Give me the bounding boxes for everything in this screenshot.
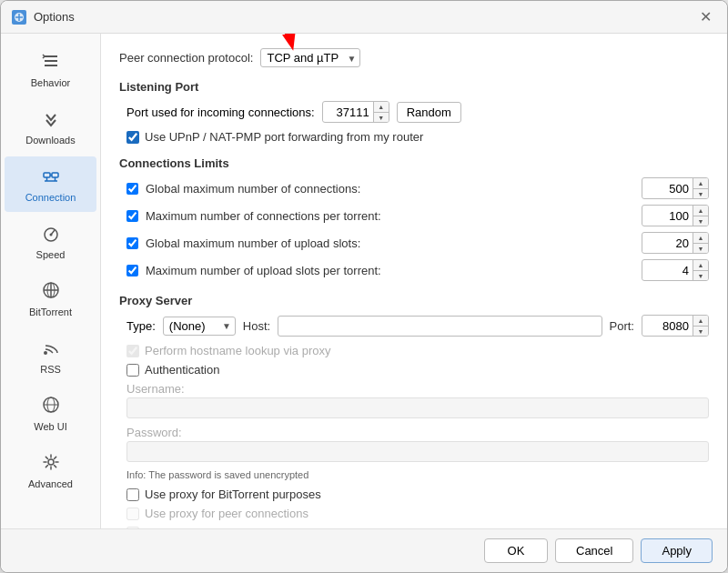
svg-point-14 xyxy=(49,234,52,236)
proxy-type-label: Type: xyxy=(126,319,156,333)
proxy-bittorrent-row: Use proxy for BitTorrent purposes xyxy=(126,488,709,501)
title-bar-left: Options xyxy=(12,10,75,25)
sidebar-item-speed[interactable]: Speed xyxy=(5,214,96,269)
close-button[interactable]: ✕ xyxy=(694,6,716,28)
proxy-port-spin-up[interactable]: ▲ xyxy=(693,316,708,326)
speed-icon xyxy=(41,223,61,246)
limit-input-3[interactable] xyxy=(642,262,693,279)
protocol-select-wrapper: TCP and µTP ▼ xyxy=(260,48,360,67)
upnp-row: Use UPnP / NAT-PMP port forwarding from … xyxy=(126,130,709,144)
sidebar-label-advanced: Advanced xyxy=(28,478,73,489)
proxy-type-select-wrapper: (None) ▼ xyxy=(163,317,236,336)
sidebar-label-downloads: Downloads xyxy=(25,135,75,146)
limit-spin-up-0[interactable]: ▲ xyxy=(693,178,708,188)
proxy-port-label: Port: xyxy=(610,319,634,333)
password-input[interactable] xyxy=(126,441,709,462)
sidebar-item-advanced[interactable]: Advanced xyxy=(5,443,96,498)
downloads-icon xyxy=(41,108,61,132)
proxy-type-select[interactable]: (None) xyxy=(163,317,236,336)
username-input[interactable] xyxy=(126,397,709,418)
limit-input-wrapper-2: ▲ ▼ xyxy=(642,232,709,254)
port-spin-up[interactable]: ▲ xyxy=(374,102,389,112)
limit-spin-up-1[interactable]: ▲ xyxy=(693,206,708,216)
listening-port-section: Port used for incoming connections: ▲ ▼ … xyxy=(126,101,709,144)
main-panel: Peer connection protocol: TCP and µTP ▼ … xyxy=(101,34,727,528)
limit-spin-up-2[interactable]: ▲ xyxy=(693,233,708,243)
svg-rect-7 xyxy=(52,173,58,177)
limit-spin-down-1[interactable]: ▼ xyxy=(693,216,708,226)
upnp-checkbox[interactable] xyxy=(126,131,139,144)
apply-button[interactable]: Apply xyxy=(641,538,713,563)
webui-icon xyxy=(41,395,61,418)
proxy-server-title: Proxy Server xyxy=(119,294,709,307)
limit-spin-down-0[interactable]: ▼ xyxy=(693,188,708,198)
listening-port-title: Listening Port xyxy=(119,80,709,94)
hostname-lookup-checkbox[interactable] xyxy=(126,345,139,357)
auth-label[interactable]: Authentication xyxy=(145,363,219,377)
limit-label-2: Global maximum number of upload slots: xyxy=(146,236,634,250)
sidebar-item-behavior[interactable]: Behavior xyxy=(5,42,96,97)
sidebar-item-connection[interactable]: Connection xyxy=(5,156,96,212)
sidebar: Behavior Downloads xyxy=(1,34,101,528)
title-text: Options xyxy=(34,10,75,24)
svg-rect-6 xyxy=(44,173,50,177)
proxy-host-input[interactable] xyxy=(278,316,602,337)
port-spin-down[interactable]: ▼ xyxy=(374,112,389,122)
limit-checkbox-0[interactable] xyxy=(126,183,138,195)
port-input[interactable] xyxy=(323,104,373,121)
username-row: Username: xyxy=(126,382,709,422)
limit-checkbox-1[interactable] xyxy=(126,210,138,222)
random-button[interactable]: Random xyxy=(397,102,461,123)
cancel-button[interactable]: Cancel xyxy=(555,538,633,563)
proxy-port-input[interactable] xyxy=(642,317,693,335)
limit-checkbox-3[interactable] xyxy=(126,265,138,276)
sidebar-item-bittorrent[interactable]: BitTorrent xyxy=(5,271,96,327)
protocol-label: Peer connection protocol: xyxy=(119,51,253,65)
proxy-bittorrent-checkbox[interactable] xyxy=(126,488,139,501)
protocol-row: Peer connection protocol: TCP and µTP ▼ xyxy=(119,48,709,67)
auth-row: Authentication xyxy=(126,363,709,377)
limit-spin-1: ▲ ▼ xyxy=(693,206,708,226)
port-label: Port used for incoming connections: xyxy=(126,106,315,119)
limit-spin-2: ▲ ▼ xyxy=(693,233,708,253)
upnp-label[interactable]: Use UPnP / NAT-PMP port forwarding from … xyxy=(145,130,423,144)
limit-spin-down-3[interactable]: ▼ xyxy=(693,270,708,280)
limit-row-0: Global maximum number of connections: ▲ … xyxy=(126,177,709,199)
bittorrent-icon xyxy=(41,280,61,304)
ok-button[interactable]: OK xyxy=(484,538,548,563)
proxy-port-spin: ▲ ▼ xyxy=(693,316,708,336)
sidebar-item-rss[interactable]: RSS xyxy=(5,328,96,384)
port-row: Port used for incoming connections: ▲ ▼ … xyxy=(126,101,709,123)
proxy-bittorrent-label[interactable]: Use proxy for BitTorrent purposes xyxy=(145,488,321,501)
proxy-peer-label[interactable]: Use proxy for peer connections xyxy=(145,507,308,520)
advanced-icon xyxy=(41,452,61,476)
sidebar-item-downloads[interactable]: Downloads xyxy=(5,99,96,155)
limit-input-2[interactable] xyxy=(642,235,693,252)
sidebar-label-speed: Speed xyxy=(36,249,66,260)
info-text: Info: The password is saved unencrypted xyxy=(126,469,709,480)
password-row: Password: xyxy=(126,426,709,466)
bottom-bar: OK Cancel Apply xyxy=(1,528,727,572)
connection-limits-section: Global maximum number of connections: ▲ … xyxy=(126,177,709,281)
limit-input-1[interactable] xyxy=(642,207,693,225)
hostname-lookup-label[interactable]: Perform hostname lookup via proxy xyxy=(145,344,330,357)
proxy-rss-checkbox[interactable] xyxy=(126,527,139,529)
limit-input-0[interactable] xyxy=(642,180,693,197)
limit-spin-down-2[interactable]: ▼ xyxy=(693,243,708,253)
sidebar-item-webui[interactable]: Web UI xyxy=(5,386,96,441)
proxy-port-spin-down[interactable]: ▼ xyxy=(693,326,708,336)
username-label: Username: xyxy=(126,382,709,396)
auth-checkbox[interactable] xyxy=(126,364,139,377)
rss-icon xyxy=(41,337,61,361)
limit-row-2: Global maximum number of upload slots: ▲… xyxy=(126,232,709,254)
limit-spin-up-3[interactable]: ▲ xyxy=(693,260,708,270)
limit-spin-0: ▲ ▼ xyxy=(693,178,708,198)
content-area: Behavior Downloads xyxy=(1,34,727,528)
limit-label-3: Maximum number of upload slots per torre… xyxy=(146,264,634,277)
limit-checkbox-2[interactable] xyxy=(126,237,138,249)
limit-input-wrapper-0: ▲ ▼ xyxy=(642,177,709,199)
limit-row-3: Maximum number of upload slots per torre… xyxy=(126,259,709,281)
port-input-wrapper: ▲ ▼ xyxy=(322,101,389,123)
protocol-select[interactable]: TCP and µTP xyxy=(260,48,360,67)
proxy-peer-checkbox[interactable] xyxy=(126,508,139,520)
